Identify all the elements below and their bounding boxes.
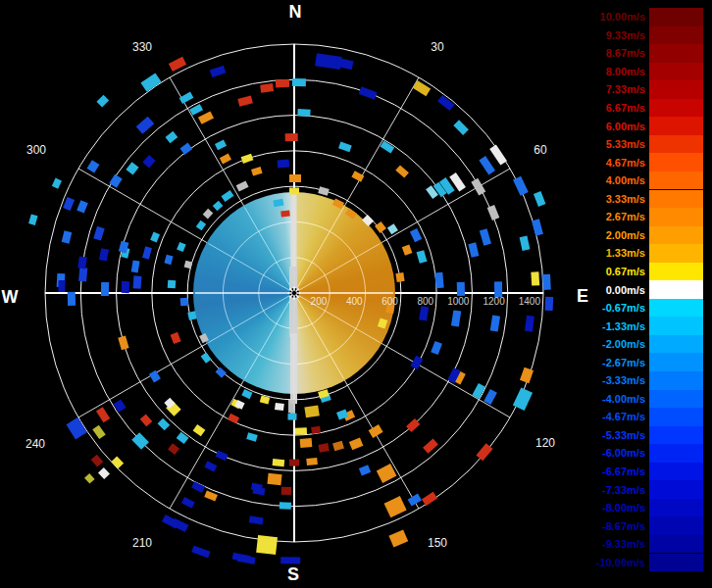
colorbar-segment: [649, 44, 703, 63]
colorbar-segment: [649, 390, 703, 409]
data-bar: [406, 418, 420, 432]
data-bar: [216, 367, 227, 377]
range-ring-label: 1400: [519, 296, 541, 307]
data-bar: [92, 425, 105, 439]
data-bar: [338, 142, 352, 153]
data-bar: [297, 109, 310, 117]
data-bar: [387, 223, 398, 234]
data-bar: [179, 92, 194, 104]
data-bar: [213, 201, 224, 212]
data-bar: [480, 228, 491, 246]
colorbar-segment: [649, 280, 703, 299]
data-bar: [180, 298, 189, 307]
wind-velocity-polar-display: 200400600800100012001400 NESW30601201502…: [0, 0, 712, 588]
colorbar-segment: [649, 299, 703, 318]
data-bar: [479, 156, 495, 174]
data-bar: [375, 221, 386, 233]
data-bar: [228, 414, 239, 424]
data-bar: [377, 464, 397, 483]
data-bar: [241, 389, 252, 399]
data-bar: [289, 174, 301, 182]
colorbar-segment: [649, 80, 703, 99]
colorbar-segment: [649, 535, 703, 554]
data-bar: [193, 424, 206, 436]
data-bar: [359, 86, 378, 99]
data-bar: [126, 162, 138, 174]
data-bar: [273, 199, 283, 208]
data-bar: [140, 73, 161, 91]
colorbar-segment: [649, 516, 703, 535]
data-bar: [150, 232, 160, 243]
colorbar-label: 2.67m/s: [549, 211, 645, 222]
zero-velocity-stripe: [289, 267, 297, 337]
inner-spoke-line: [244, 206, 295, 293]
data-bar: [395, 165, 409, 177]
data-bar: [204, 490, 218, 501]
data-bar: [295, 427, 307, 435]
data-bar: [165, 131, 178, 143]
data-bar: [525, 316, 534, 332]
data-bar: [287, 414, 296, 420]
data-bar: [278, 160, 290, 169]
data-bar: [273, 459, 285, 466]
data-bar: [388, 529, 408, 547]
degree-label-150: 150: [428, 536, 447, 550]
data-bar: [91, 455, 104, 467]
data-bar: [198, 111, 214, 123]
data-bar: [215, 140, 227, 151]
data-bar: [52, 178, 62, 189]
colorbar-label: 3.33m/s: [549, 193, 645, 205]
data-bar: [437, 95, 454, 111]
data-bar: [169, 57, 186, 72]
degree-label-60: 60: [534, 143, 546, 157]
data-bar: [136, 117, 155, 134]
data-bar: [275, 403, 284, 411]
colorbar-segment: [649, 463, 703, 481]
colorbar-segment: [649, 208, 703, 226]
data-bar: [531, 271, 539, 285]
data-bar: [199, 333, 209, 343]
data-bar: [168, 443, 179, 455]
data-bar: [162, 514, 179, 529]
colorbar-label: 8.67m/s: [549, 47, 645, 59]
data-bar: [114, 399, 127, 412]
data-bar: [359, 465, 371, 475]
data-bar: [98, 467, 110, 479]
data-bar: [191, 481, 205, 493]
data-bar: [267, 473, 281, 485]
data-bar: [177, 242, 186, 252]
data-bar: [251, 483, 263, 492]
colorbar-segment: [649, 444, 703, 463]
degree-label-300: 300: [26, 143, 46, 157]
data-bar: [221, 190, 233, 202]
data-bar: [369, 424, 383, 438]
data-bar: [246, 432, 258, 442]
colorbar-label: 4.00m/s: [549, 174, 645, 186]
data-bar: [489, 145, 507, 166]
data-bar: [158, 418, 171, 431]
colorbar-label: -0.67m/s: [549, 302, 645, 314]
velocity-colorbar: 10.00m/s9.33m/s8.67m/s8.00m/s7.33m/s6.67…: [549, 0, 712, 588]
data-bar: [78, 268, 87, 282]
data-bar: [311, 426, 321, 434]
data-bar: [203, 209, 214, 220]
inner-spoke-line: [294, 293, 381, 344]
colorbar-segment: [649, 190, 703, 209]
data-bar: [513, 387, 533, 411]
colorbar-segment: [649, 263, 703, 281]
range-ring-label: 400: [346, 296, 363, 307]
colorbar-segment: [649, 499, 703, 517]
data-bar: [378, 318, 387, 328]
colorbar-label: 9.33m/s: [549, 29, 645, 41]
colorbar-label: 0.00m/s: [549, 284, 645, 296]
data-bar: [237, 555, 256, 564]
degree-label-330: 330: [132, 40, 152, 54]
range-ring-label: 1000: [447, 296, 470, 307]
data-bar: [96, 95, 109, 108]
range-ring-label: 600: [381, 296, 398, 307]
data-bar: [434, 272, 443, 289]
data-bar: [181, 497, 195, 509]
data-bar: [417, 250, 428, 264]
data-bar: [260, 83, 274, 93]
zero-velocity-stripe: [290, 333, 297, 404]
